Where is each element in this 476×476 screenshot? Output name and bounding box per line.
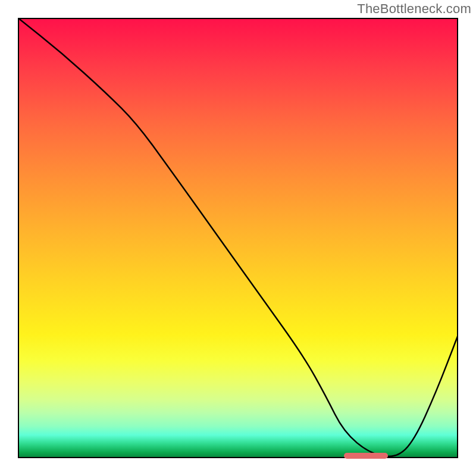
optimal-range-marker [344,453,388,459]
bottleneck-chart: TheBottleneck.com [0,0,476,476]
watermark-text: TheBottleneck.com [357,1,471,17]
plot-area [18,18,458,458]
chart-background-gradient [18,18,458,458]
